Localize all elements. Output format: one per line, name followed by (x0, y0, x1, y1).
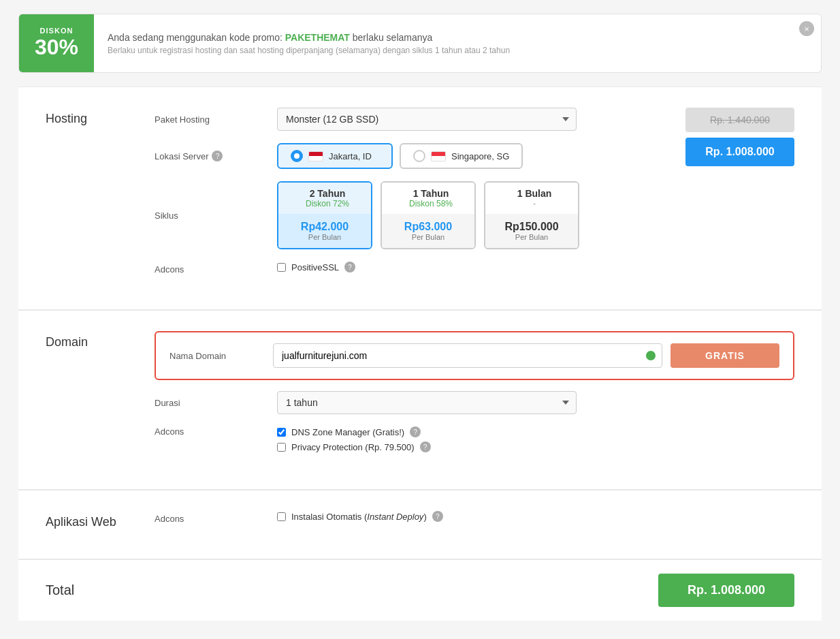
jakarta-label: Jakarta, ID (329, 151, 372, 161)
cycle-1tahun-discount: Diskon 58% (409, 199, 453, 208)
cycle-2tahun-unit: Per Bulan (285, 233, 364, 241)
domain-input-row: Nama Domain GRATIS (169, 343, 779, 368)
total-section: Total Rp. 1.008.000 (18, 559, 822, 621)
privacy-addon-row: Privacy Protection (Rp. 79.500) ? (277, 441, 431, 452)
cycle-1tahun-price-box: Rp63.000 Per Bulan (382, 214, 474, 248)
paket-row: Paket Hosting Monster (12 GB SSD) (155, 108, 672, 131)
domain-input[interactable] (273, 343, 662, 368)
flag-indonesia (308, 151, 323, 161)
instalasi-checkbox[interactable] (277, 512, 286, 521)
hosting-layout: Hosting Paket Hosting Monster (12 GB SSD… (46, 108, 794, 289)
dns-label: DNS Zone Manager (Gratis!) (291, 427, 404, 437)
promo-text: Anda sedang menggunakan kode promo: PAKE… (94, 22, 821, 65)
privacy-checkbox[interactable] (277, 443, 286, 452)
location-options: Jakarta, ID Singapore, SG (277, 143, 523, 169)
instalasi-help-icon[interactable]: ? (432, 511, 443, 522)
lokasi-row: Lokasi Server ? Jakarta, ID Singapore, (155, 143, 672, 169)
siklus-row: Siklus 2 Tahun Diskon 72% (155, 181, 672, 249)
dns-checkbox[interactable] (277, 428, 286, 437)
page-content: Hosting Paket Hosting Monster (12 GB SSD… (18, 87, 822, 621)
lokasi-help-icon[interactable]: ? (212, 151, 223, 161)
aplikasi-adcons-row: Adcons Instalasi Otomatis (Instant Deplo… (155, 511, 794, 526)
ssl-addon-row: PositiveSSL ? (277, 262, 355, 272)
cycle-2tahun-name: 2 Tahun (306, 188, 349, 199)
cycle-1bulan-price: Rp150.000 (492, 221, 571, 233)
instalasi-addon-row: Instalasi Otomatis (Instant Deploy) ? (277, 511, 443, 522)
gratis-button[interactable]: GRATIS (671, 343, 779, 368)
total-label: Total (46, 582, 74, 598)
hosting-title: Hosting (46, 108, 155, 126)
cycle-1bulan-unit: Per Bulan (492, 233, 571, 241)
hosting-adcons-row: Adcons PositiveSSL ? (155, 262, 672, 277)
jakarta-radio (291, 150, 303, 162)
dns-help-icon[interactable]: ? (410, 426, 421, 437)
domain-title: Domain (46, 331, 155, 349)
diskon-label: DISKON (34, 27, 79, 35)
aplikasi-body: Adcons Instalasi Otomatis (Instant Deplo… (155, 511, 794, 538)
cycle-options: 2 Tahun Diskon 72% Rp42.000 Per Bulan (277, 181, 579, 249)
cycle-2tahun-price: Rp42.000 (285, 221, 364, 233)
privacy-label: Privacy Protection (Rp. 79.500) (291, 442, 415, 452)
cycle-1tahun-header: 1 Tahun Diskon 58% (382, 183, 474, 214)
promo-code: PAKETHEMAT (285, 32, 350, 43)
paket-label: Paket Hosting (155, 114, 277, 125)
price-original: Rp. 1.440.000 (685, 108, 794, 132)
promo-banner: DISKON 30% Anda sedang menggunakan kode … (18, 14, 822, 73)
singapore-label: Singapore, SG (451, 151, 509, 161)
singapore-radio (413, 150, 425, 162)
cycle-1bulan-header: 1 Bulan - (485, 183, 578, 214)
cycle-1bulan[interactable]: 1 Bulan - Rp150.000 Per Bulan (484, 181, 579, 249)
diskon-value: 30% (34, 35, 79, 60)
ssl-help-icon[interactable]: ? (344, 262, 355, 272)
cycle-2tahun-price-box: Rp42.000 Per Bulan (278, 214, 371, 248)
cycle-1tahun-price: Rp63.000 (389, 221, 468, 233)
domain-status-dot (646, 351, 656, 360)
price-discounted: Rp. 1.008.000 (685, 138, 794, 166)
cycle-2tahun[interactable]: 2 Tahun Diskon 72% Rp42.000 Per Bulan (277, 181, 372, 249)
promo-main-text: Anda sedang menggunakan kode promo: PAKE… (108, 32, 807, 43)
cycle-1tahun-unit: Per Bulan (389, 233, 468, 241)
flag-singapore (431, 151, 446, 161)
cycle-1bulan-discount: - (517, 199, 552, 208)
siklus-label: Siklus (155, 211, 277, 221)
aplikasi-layout: Aplikasi Web Adcons Instalasi Otomatis (… (46, 511, 794, 538)
paket-dropdown[interactable]: Monster (12 GB SSD) (277, 108, 577, 131)
hosting-body: Paket Hosting Monster (12 GB SSD) Lokasi… (155, 108, 672, 289)
durasi-label: Durasi (155, 398, 277, 408)
durasi-dropdown[interactable]: 1 tahun (277, 391, 577, 414)
promo-suffix: berlaku selamanya (350, 32, 432, 43)
durasi-row: Durasi 1 tahun (155, 391, 794, 414)
instalasi-label: Instalasi Otomatis (Instant Deploy) (291, 512, 427, 522)
cycle-1bulan-price-box: Rp150.000 Per Bulan (485, 214, 578, 248)
domain-name-box: Nama Domain GRATIS (155, 331, 794, 380)
cycle-2tahun-header: 2 Tahun Diskon 72% (278, 183, 371, 214)
promo-badge: DISKON 30% (19, 14, 94, 72)
hosting-price: Rp. 1.440.000 Rp. 1.008.000 (685, 108, 794, 166)
aplikasi-section: Aplikasi Web Adcons Instalasi Otomatis (… (18, 490, 822, 559)
cycle-2tahun-discount: Diskon 72% (306, 199, 349, 208)
domain-layout: Domain Nama Domain GRATIS Durasi (46, 331, 794, 469)
hosting-section: Hosting Paket Hosting Monster (12 GB SSD… (18, 87, 822, 309)
close-icon[interactable]: × (799, 21, 814, 36)
lokasi-label: Lokasi Server ? (155, 151, 277, 161)
ssl-label: PositiveSSL (291, 262, 339, 272)
domain-input-wrapper (273, 343, 662, 368)
promo-prefix: Anda sedang menggunakan kode promo: (108, 32, 285, 43)
aplikasi-adcons-label: Adcons (155, 514, 277, 524)
domain-adcons-label: Adcons (155, 426, 277, 437)
location-singapore[interactable]: Singapore, SG (400, 143, 523, 169)
aplikasi-title: Aplikasi Web (46, 511, 155, 529)
hosting-adcons-label: Adcons (155, 264, 277, 275)
domain-addons: DNS Zone Manager (Gratis!) ? Privacy Pro… (277, 426, 431, 456)
cycle-1tahun[interactable]: 1 Tahun Diskon 58% Rp63.000 Per Bulan (381, 181, 476, 249)
cycle-1bulan-name: 1 Bulan (517, 188, 552, 199)
promo-sub-text: Berlaku untuk registrasi hosting dan saa… (108, 46, 807, 55)
cycle-1tahun-name: 1 Tahun (409, 188, 453, 199)
domain-adcons-row: Adcons DNS Zone Manager (Gratis!) ? Priv… (155, 426, 794, 456)
dns-addon-row: DNS Zone Manager (Gratis!) ? (277, 426, 431, 437)
privacy-help-icon[interactable]: ? (420, 441, 431, 452)
total-price-button[interactable]: Rp. 1.008.000 (658, 574, 794, 607)
ssl-checkbox[interactable] (277, 263, 286, 272)
location-jakarta[interactable]: Jakarta, ID (277, 143, 393, 169)
domain-nama-label: Nama Domain (169, 351, 265, 361)
